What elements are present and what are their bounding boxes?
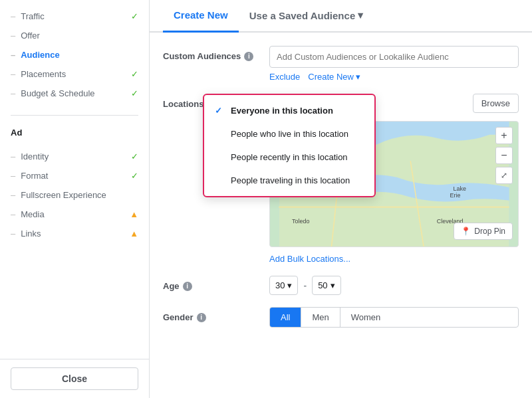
dropdown-label-live: People who live in this location (231, 129, 348, 139)
sidebar-item-fullscreen[interactable]: – Fullscreen Experience (0, 185, 149, 205)
use-saved-label: Use a Saved Audience (249, 10, 356, 21)
svg-text:Lake: Lake (454, 185, 466, 192)
sidebar-ad-section: – Identity ✓ – Format ✓ – Fullscreen Exp… (0, 140, 149, 250)
sidebar-campaign-section: – Traffic ✓ – Offer – Audience – Placeme… (0, 0, 149, 110)
media-warning-icon: ▲ (130, 209, 138, 219)
gender-label: Gender i (163, 307, 269, 322)
drop-pin-label: Drop Pin (474, 227, 505, 236)
locations-control: ✓ Everyone in this location People who l… (269, 94, 519, 264)
exclude-create-links: Exclude Create New ▾ (269, 72, 519, 82)
gender-women-button[interactable]: Women (340, 308, 392, 327)
gender-button-group: All Men Women (269, 307, 519, 328)
map-controls: + − ⤢ (495, 127, 513, 184)
create-new-audiences-link[interactable]: Create New ▾ (308, 72, 360, 82)
sidebar-label-traffic: Traffic (21, 11, 44, 21)
sidebar-bottom: Close (0, 359, 149, 398)
sidebar-label-offer: Offer (21, 31, 40, 41)
ad-section-label: Ad (0, 121, 149, 140)
sidebar-label-links: Links (21, 229, 41, 239)
age-from-arrow-icon: ▾ (287, 280, 292, 290)
age-input-row: 30 ▾ - 50 ▾ (269, 276, 519, 295)
main-content: Create New Use a Saved Audience ▾ Custom… (150, 0, 532, 398)
gender-all-button[interactable]: All (270, 308, 301, 327)
sidebar-item-media[interactable]: – Media ▲ (0, 205, 149, 224)
sidebar-item-links[interactable]: – Links ▲ (0, 224, 149, 243)
form-content: Custom Audiences i Exclude Create New ▾ … (150, 33, 532, 353)
sidebar-label-format: Format (21, 171, 48, 181)
svg-text:Erie: Erie (450, 192, 461, 199)
age-label: Age i (163, 276, 269, 291)
exclude-link[interactable]: Exclude (269, 72, 300, 82)
tab-create-new[interactable]: Create New (163, 0, 239, 33)
age-separator: - (303, 280, 307, 291)
dropdown-item-recently[interactable]: People recently in this location (204, 146, 374, 169)
traffic-check-icon: ✓ (131, 11, 138, 21)
age-row: Age i 30 ▾ - 50 ▾ (163, 276, 519, 295)
sidebar-label-audience: Audience (21, 50, 60, 60)
dropdown-label-everyone: Everyone in this location (231, 106, 333, 116)
identity-check-icon: ✓ (131, 151, 138, 161)
custom-audiences-row: Custom Audiences i Exclude Create New ▾ (163, 46, 519, 82)
sidebar-item-audience[interactable]: – Audience (0, 45, 149, 64)
locations-row: Locations i ✓ Everyone in this location (163, 94, 519, 264)
sidebar-item-budget[interactable]: – Budget & Schedule ✓ (0, 84, 149, 103)
svg-text:Toledo: Toledo (292, 218, 309, 225)
gender-row: Gender i All Men Women (163, 307, 519, 328)
create-new-arrow-icon: ▾ (356, 72, 360, 82)
zoom-out-button[interactable]: − (495, 147, 513, 164)
placements-check-icon: ✓ (131, 69, 138, 79)
add-bulk-link[interactable]: Add Bulk Locations... (269, 254, 519, 264)
age-from-value: 30 (275, 280, 285, 290)
gender-men-button[interactable]: Men (301, 308, 340, 327)
format-check-icon: ✓ (131, 171, 138, 181)
custom-audiences-info-icon[interactable]: i (244, 52, 253, 61)
close-button[interactable]: Close (11, 367, 138, 390)
age-control: 30 ▾ - 50 ▾ (269, 276, 519, 295)
links-warning-icon: ▲ (130, 229, 138, 239)
sidebar-item-format[interactable]: – Format ✓ (0, 166, 149, 185)
sidebar-label-identity: Identity (21, 151, 49, 161)
browse-button[interactable]: Browse (473, 94, 519, 113)
custom-audiences-input[interactable] (269, 46, 519, 68)
location-type-dropdown: ✓ Everyone in this location People who l… (203, 94, 376, 197)
dropdown-label-traveling: People traveling in this location (231, 175, 350, 185)
dropdown-item-everyone[interactable]: ✓ Everyone in this location (204, 99, 374, 122)
age-to-select[interactable]: 50 ▾ (312, 276, 340, 295)
sidebar-divider (11, 115, 138, 116)
age-from-select[interactable]: 30 ▾ (269, 276, 298, 295)
gender-info-icon[interactable]: i (197, 313, 206, 322)
gender-control: All Men Women (269, 307, 519, 328)
sidebar-label-fullscreen: Fullscreen Experience (21, 190, 106, 200)
sidebar-item-placements[interactable]: – Placements ✓ (0, 64, 149, 84)
tab-use-saved[interactable]: Use a Saved Audience ▾ (239, 0, 374, 33)
sidebar-item-identity[interactable]: – Identity ✓ (0, 147, 149, 166)
budget-check-icon: ✓ (131, 88, 138, 98)
sidebar-item-offer[interactable]: – Offer (0, 26, 149, 45)
age-to-value: 50 (318, 280, 327, 290)
custom-audiences-control: Exclude Create New ▾ (269, 46, 519, 82)
expand-button[interactable]: ⤢ (495, 167, 513, 184)
sidebar-label-budget: Budget & Schedule (21, 88, 94, 98)
use-saved-arrow-icon: ▾ (358, 9, 363, 21)
everyone-check-icon: ✓ (215, 106, 224, 116)
dropdown-label-recently: People recently in this location (231, 152, 348, 162)
drop-pin-button[interactable]: 📍 Drop Pin (454, 223, 513, 240)
dropdown-item-traveling[interactable]: People traveling in this location (204, 169, 374, 192)
pin-icon: 📍 (461, 227, 471, 236)
age-to-arrow-icon: ▾ (331, 280, 335, 290)
create-new-label: Create New (308, 72, 354, 82)
location-input-row: ✓ Everyone in this location People who l… (269, 94, 519, 117)
dropdown-item-live[interactable]: People who live in this location (204, 122, 374, 146)
sidebar-item-traffic[interactable]: – Traffic ✓ (0, 7, 149, 26)
custom-audiences-label: Custom Audiences i (163, 46, 269, 61)
sidebar: – Traffic ✓ – Offer – Audience – Placeme… (0, 0, 150, 398)
zoom-in-button[interactable]: + (495, 127, 513, 144)
sidebar-label-placements: Placements (21, 69, 66, 79)
tab-bar: Create New Use a Saved Audience ▾ (150, 0, 532, 33)
sidebar-label-media: Media (21, 209, 44, 219)
age-info-icon[interactable]: i (183, 282, 192, 291)
